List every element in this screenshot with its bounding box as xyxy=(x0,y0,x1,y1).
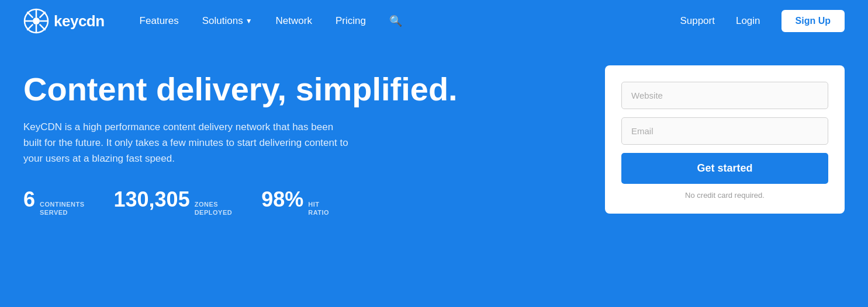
chevron-down-icon: ▼ xyxy=(245,17,253,25)
stat-hit-ratio-label: HITRATIO xyxy=(308,200,329,217)
website-input[interactable] xyxy=(621,82,828,109)
stat-hit-ratio-number: 98% xyxy=(261,187,303,212)
search-icon[interactable]: 🔍 xyxy=(389,15,402,27)
email-input[interactable] xyxy=(621,117,828,145)
svg-line-6 xyxy=(27,12,33,18)
stats-row: 6 CONTINENTSSERVED 130,305 ZONESDEPLOYED… xyxy=(23,187,582,217)
nav-network[interactable]: Network xyxy=(276,15,312,27)
signup-card: Get started No credit card required. xyxy=(605,65,845,214)
svg-line-8 xyxy=(40,12,46,18)
nav-support[interactable]: Support xyxy=(680,15,715,27)
hero-heading: Content delivery, simplified. xyxy=(23,71,582,107)
keycdn-logo-icon xyxy=(23,8,49,34)
stat-continents-label: CONTINENTSSERVED xyxy=(40,200,85,217)
stat-zones: 130,305 ZONESDEPLOYED xyxy=(114,187,233,217)
signup-button[interactable]: Sign Up xyxy=(781,10,845,32)
hero-description: KeyCDN is a high performance content del… xyxy=(23,119,351,167)
nav-solutions[interactable]: Solutions ▼ xyxy=(202,15,253,27)
nav-right: Support Login Sign Up xyxy=(680,10,845,32)
nav-login[interactable]: Login xyxy=(736,15,760,27)
svg-line-7 xyxy=(40,25,46,30)
get-started-button[interactable]: Get started xyxy=(621,153,828,184)
logo-link[interactable]: keycdn xyxy=(23,8,105,34)
navbar: keycdn Features Solutions ▼ Network Pric… xyxy=(0,0,868,42)
nav-pricing[interactable]: Pricing xyxy=(336,15,366,27)
stat-zones-label: ZONESDEPLOYED xyxy=(195,200,233,217)
no-credit-card-text: No credit card required. xyxy=(621,191,828,200)
svg-point-1 xyxy=(33,18,40,25)
stat-hit-ratio: 98% HITRATIO xyxy=(261,187,329,217)
stat-continents: 6 CONTINENTSSERVED xyxy=(23,187,85,217)
stat-continents-number: 6 xyxy=(23,187,35,212)
nav-left: Features Solutions ▼ Network Pricing 🔍 xyxy=(140,15,680,27)
logo-text: keycdn xyxy=(54,12,105,30)
hero-left: Content delivery, simplified. KeyCDN is … xyxy=(23,65,605,217)
stat-zones-number: 130,305 xyxy=(114,187,190,212)
svg-line-9 xyxy=(27,25,33,30)
hero-section: Content delivery, simplified. KeyCDN is … xyxy=(0,42,868,307)
nav-features[interactable]: Features xyxy=(140,15,179,27)
